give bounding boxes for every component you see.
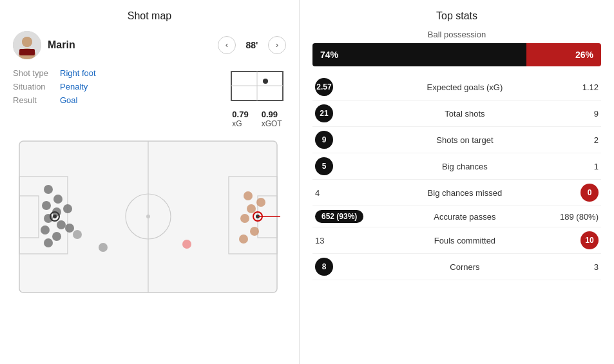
stat-left-val: 652 (93%): [312, 206, 399, 227]
stat-right-val: 10: [530, 227, 601, 254]
shot-map-title: Shot map: [13, 10, 286, 22]
stat-left-val: 5: [312, 153, 399, 180]
left-badge: 5: [315, 157, 333, 175]
stat-label: Corners: [399, 254, 530, 280]
svg-point-25: [52, 232, 61, 241]
stat-row: 4Big chances missed0: [312, 180, 601, 206]
left-badge: 2.57: [315, 78, 333, 96]
top-stats-panel: Top stats Ball possession 74% 26% 2.57Ex…: [300, 0, 614, 364]
xg-value: 0.79: [232, 110, 248, 119]
xgot-label: xGOT: [262, 119, 282, 128]
possession-bar: 74% 26%: [312, 43, 601, 66]
stat-left-val: 13: [312, 227, 399, 254]
stat-label: Shots on target: [399, 127, 530, 153]
possession-left: 74%: [312, 43, 526, 66]
svg-point-33: [182, 240, 191, 249]
shot-type-row: Shot type Right foot: [13, 68, 215, 78]
goal-frame-svg: [228, 68, 286, 107]
stat-label: Fouls committed: [399, 227, 530, 254]
stat-row: 13Fouls committed10: [312, 227, 601, 254]
shot-type-value: Right foot: [60, 68, 96, 78]
stat-row: 2.57Expected goals (xG)1.12: [312, 74, 601, 101]
stat-right-val: 1: [530, 153, 601, 180]
stat-left-val: 2.57: [312, 74, 399, 101]
svg-point-27: [63, 204, 72, 213]
svg-point-24: [41, 225, 50, 235]
stat-right-val: 9: [530, 101, 601, 127]
pitch-container: [13, 135, 286, 302]
svg-point-28: [65, 224, 74, 233]
svg-point-32: [99, 243, 108, 252]
next-button[interactable]: ›: [268, 36, 286, 54]
possession-label: Ball possession: [312, 30, 601, 39]
stat-label: Expected goals (xG): [399, 74, 530, 101]
avatar: [13, 31, 41, 59]
stat-row: 9Shots on target2: [312, 127, 601, 153]
situation-row: Situation Penalty: [13, 82, 215, 91]
svg-point-34: [244, 191, 253, 200]
shot-info-col: Shot type Right foot Situation Penalty R…: [13, 68, 215, 128]
svg-point-38: [250, 227, 259, 236]
stat-label: Big chances missed: [399, 180, 530, 206]
xg-row: 0.79 xG 0.99 xGOT: [232, 110, 282, 128]
stat-row: 652 (93%)Accurate passes189 (80%): [312, 206, 601, 227]
stat-row: 21Total shots9: [312, 101, 601, 127]
left-badge-pill: 652 (93%): [315, 210, 363, 223]
result-label: Result: [13, 95, 55, 105]
xgot-value: 0.99: [262, 110, 278, 119]
stat-right-val: 0: [530, 180, 601, 206]
shot-details: Shot type Right foot Situation Penalty R…: [13, 68, 286, 128]
player-name: Marin: [48, 39, 211, 51]
svg-point-26: [44, 238, 53, 247]
right-badge: 10: [580, 231, 599, 249]
stat-label: Big chances: [399, 153, 530, 180]
svg-rect-5: [19, 49, 35, 55]
svg-point-23: [57, 220, 66, 229]
xg-label: xG: [232, 119, 242, 128]
stat-row: 8Corners3: [312, 254, 601, 280]
left-badge: 8: [315, 258, 333, 276]
svg-point-13: [146, 215, 150, 218]
right-badge: 0: [580, 184, 599, 202]
stat-right-val: 1.12: [530, 74, 601, 101]
shot-map-panel: Shot map Marin ‹ 88' › Shot type Right f…: [0, 0, 300, 364]
situation-value: Penalty: [60, 82, 88, 91]
stat-label: Total shots: [399, 101, 530, 127]
stat-row: 5Big chances1: [312, 153, 601, 180]
svg-point-39: [239, 235, 248, 244]
stat-label: Accurate passes: [399, 206, 530, 227]
stat-left-val: 21: [312, 101, 399, 127]
stat-left-val: 9: [312, 127, 399, 153]
svg-point-18: [44, 185, 53, 194]
stats-table: 2.57Expected goals (xG)1.1221Total shots…: [312, 74, 601, 280]
left-badge: 21: [315, 104, 333, 122]
svg-point-20: [42, 201, 51, 210]
svg-point-36: [247, 204, 256, 213]
svg-point-22: [44, 214, 53, 223]
stat-left-val: 8: [312, 254, 399, 280]
svg-point-35: [256, 198, 265, 207]
svg-point-37: [240, 214, 249, 223]
xg-block: 0.79 xG: [232, 110, 248, 128]
situation-label: Situation: [13, 82, 55, 91]
top-stats-title: Top stats: [312, 10, 601, 22]
shot-type-label: Shot type: [13, 68, 55, 78]
left-badge: 9: [315, 131, 333, 149]
stat-right-val: 189 (80%): [530, 206, 601, 227]
svg-point-31: [53, 215, 57, 218]
prev-button[interactable]: ‹: [218, 36, 236, 54]
stat-right-val: 3: [530, 254, 601, 280]
goal-visual: 0.79 xG 0.99 xGOT: [228, 68, 286, 128]
result-row: Result Goal: [13, 95, 215, 105]
stat-left-val: 4: [312, 180, 399, 206]
stat-right-val: 2: [530, 127, 601, 153]
possession-right: 26%: [526, 43, 601, 66]
svg-point-9: [263, 79, 268, 84]
svg-point-29: [73, 230, 82, 239]
svg-point-3: [22, 37, 32, 47]
svg-point-19: [53, 195, 62, 204]
result-value: Goal: [60, 95, 77, 105]
player-row: Marin ‹ 88' ›: [13, 31, 286, 59]
xgot-block: 0.99 xGOT: [262, 110, 282, 128]
pitch-svg: [13, 135, 283, 299]
